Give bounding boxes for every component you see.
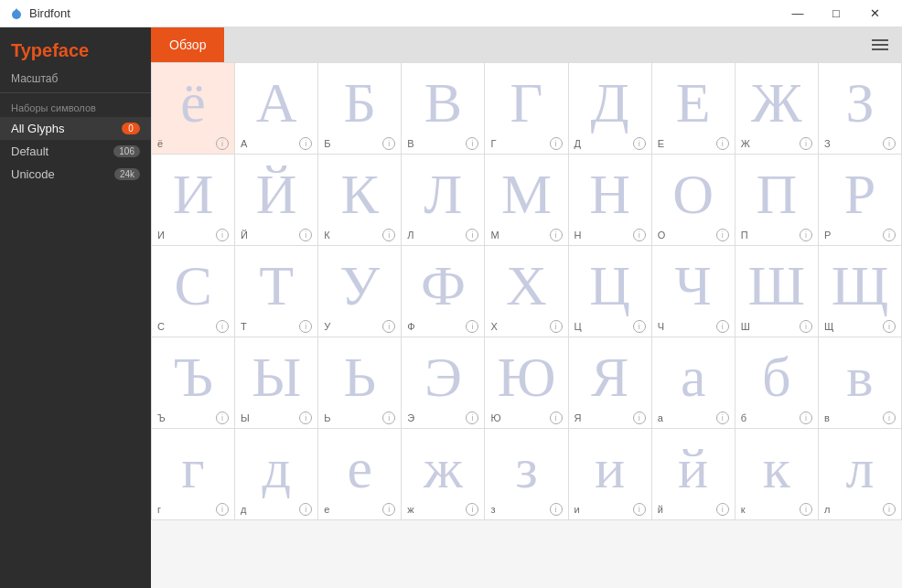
glyph-cell[interactable]: ХХi: [485, 246, 568, 337]
glyph-cell[interactable]: ллi: [819, 429, 902, 520]
glyph-info-icon[interactable]: i: [382, 229, 395, 241]
glyph-info-icon[interactable]: i: [716, 320, 729, 333]
glyph-info-icon[interactable]: i: [299, 320, 312, 333]
glyph-info-icon[interactable]: i: [716, 137, 729, 150]
glyph-char: ж: [402, 429, 484, 501]
glyph-info-icon[interactable]: i: [633, 137, 646, 150]
sidebar-item-default[interactable]: Default 106: [0, 140, 151, 163]
glyph-cell[interactable]: ЖЖi: [736, 63, 819, 155]
glyph-info-icon[interactable]: i: [550, 320, 563, 333]
glyph-cell[interactable]: ТТi: [235, 246, 318, 337]
glyph-info-icon[interactable]: i: [216, 412, 229, 424]
maximize-button[interactable]: □: [818, 0, 854, 27]
glyph-info-icon[interactable]: i: [550, 412, 563, 424]
hamburger-menu-button[interactable]: [862, 27, 898, 62]
glyph-cell[interactable]: ввi: [819, 337, 902, 429]
glyph-cell[interactable]: ёёi: [152, 63, 235, 155]
glyph-info-icon[interactable]: i: [382, 503, 395, 516]
close-button[interactable]: ✕: [856, 0, 893, 27]
glyph-cell[interactable]: ЪЪi: [152, 337, 235, 429]
glyph-cell[interactable]: ЙЙi: [235, 155, 318, 246]
glyph-info-icon[interactable]: i: [382, 137, 395, 150]
glyph-info-icon[interactable]: i: [883, 229, 896, 241]
glyph-cell[interactable]: ййi: [652, 429, 736, 520]
glyph-cell[interactable]: ааi: [652, 337, 736, 429]
glyph-cell[interactable]: ииi: [569, 429, 652, 520]
glyph-cell[interactable]: ЗЗi: [819, 63, 902, 155]
glyph-cell[interactable]: ППi: [736, 155, 819, 246]
glyph-cell[interactable]: ИИi: [152, 155, 235, 246]
glyph-info-icon[interactable]: i: [716, 412, 729, 424]
glyph-info-icon[interactable]: i: [883, 137, 896, 150]
glyph-grid-container[interactable]: ёёiААiББiВВiГГiДДiЕЕiЖЖiЗЗiИИiЙЙiККiЛЛiМ…: [151, 62, 902, 588]
glyph-info-icon[interactable]: i: [466, 503, 478, 516]
glyph-info-icon[interactable]: i: [299, 137, 312, 150]
glyph-cell[interactable]: ееi: [318, 429, 402, 520]
glyph-info-icon[interactable]: i: [382, 320, 395, 333]
glyph-info-icon[interactable]: i: [216, 503, 229, 516]
glyph-info-icon[interactable]: i: [299, 229, 312, 241]
glyph-info-icon[interactable]: i: [633, 412, 646, 424]
glyph-cell[interactable]: ЬЬi: [318, 337, 402, 429]
glyph-cell[interactable]: ФФi: [402, 246, 485, 337]
glyph-info-icon[interactable]: i: [633, 320, 646, 333]
glyph-cell[interactable]: ЧЧi: [652, 246, 736, 337]
glyph-cell[interactable]: ЭЭi: [402, 337, 485, 429]
glyph-info-icon[interactable]: i: [466, 320, 478, 333]
glyph-cell[interactable]: ЩЩi: [819, 246, 902, 337]
glyph-cell[interactable]: УУi: [318, 246, 402, 337]
sidebar-item-all-glyphs[interactable]: All Glyphs 0: [0, 117, 151, 140]
glyph-info-icon[interactable]: i: [633, 503, 646, 516]
glyph-cell[interactable]: ШШi: [736, 246, 819, 337]
glyph-cell[interactable]: ББi: [318, 63, 402, 155]
glyph-cell[interactable]: ЛЛi: [402, 155, 485, 246]
glyph-info-icon[interactable]: i: [800, 412, 812, 424]
glyph-cell[interactable]: ННi: [569, 155, 652, 246]
glyph-info-icon[interactable]: i: [800, 137, 812, 150]
glyph-cell[interactable]: РРi: [819, 155, 902, 246]
glyph-info-icon[interactable]: i: [299, 503, 312, 516]
glyph-cell[interactable]: ГГi: [485, 63, 568, 155]
tab-overview[interactable]: Обзор: [151, 27, 224, 62]
glyph-cell[interactable]: ММi: [485, 155, 568, 246]
glyph-info-icon[interactable]: i: [216, 137, 229, 150]
glyph-cell[interactable]: ЮЮi: [485, 337, 568, 429]
glyph-info-icon[interactable]: i: [466, 412, 478, 424]
glyph-cell[interactable]: ггi: [152, 429, 235, 520]
glyph-cell[interactable]: ббi: [736, 337, 819, 429]
glyph-cell[interactable]: ККi: [318, 155, 402, 246]
glyph-cell[interactable]: ддi: [235, 429, 318, 520]
glyph-cell[interactable]: ААi: [235, 63, 318, 155]
glyph-info-icon[interactable]: i: [633, 229, 646, 241]
glyph-cell[interactable]: ДДi: [569, 63, 652, 155]
minimize-button[interactable]: —: [779, 0, 816, 27]
glyph-info-icon[interactable]: i: [466, 137, 478, 150]
glyph-info-icon[interactable]: i: [550, 137, 563, 150]
glyph-cell[interactable]: ЯЯi: [569, 337, 652, 429]
sidebar-item-unicode[interactable]: Unicode 24k: [0, 163, 151, 186]
glyph-cell[interactable]: жжi: [402, 429, 485, 520]
glyph-cell[interactable]: ООi: [652, 155, 736, 246]
glyph-cell[interactable]: ззi: [485, 429, 568, 520]
glyph-info-icon[interactable]: i: [716, 503, 729, 516]
glyph-info-icon[interactable]: i: [800, 229, 812, 241]
glyph-info-icon[interactable]: i: [382, 412, 395, 424]
glyph-info-icon[interactable]: i: [550, 229, 563, 241]
glyph-cell[interactable]: ЦЦi: [569, 246, 652, 337]
glyph-cell[interactable]: ССi: [152, 246, 235, 337]
glyph-info-icon[interactable]: i: [800, 320, 812, 333]
glyph-info-icon[interactable]: i: [883, 320, 896, 333]
glyph-info-icon[interactable]: i: [883, 503, 896, 516]
glyph-info-icon[interactable]: i: [216, 229, 229, 241]
glyph-info-icon[interactable]: i: [550, 503, 563, 516]
glyph-info-icon[interactable]: i: [216, 320, 229, 333]
glyph-cell[interactable]: ВВi: [402, 63, 485, 155]
glyph-cell[interactable]: ЕЕi: [652, 63, 736, 155]
glyph-cell[interactable]: ккi: [736, 429, 819, 520]
glyph-info-icon[interactable]: i: [299, 412, 312, 424]
glyph-info-icon[interactable]: i: [800, 503, 812, 516]
glyph-info-icon[interactable]: i: [466, 229, 478, 241]
glyph-cell[interactable]: ЫЫi: [235, 337, 318, 429]
glyph-info-icon[interactable]: i: [883, 412, 896, 424]
glyph-info-icon[interactable]: i: [716, 229, 729, 241]
